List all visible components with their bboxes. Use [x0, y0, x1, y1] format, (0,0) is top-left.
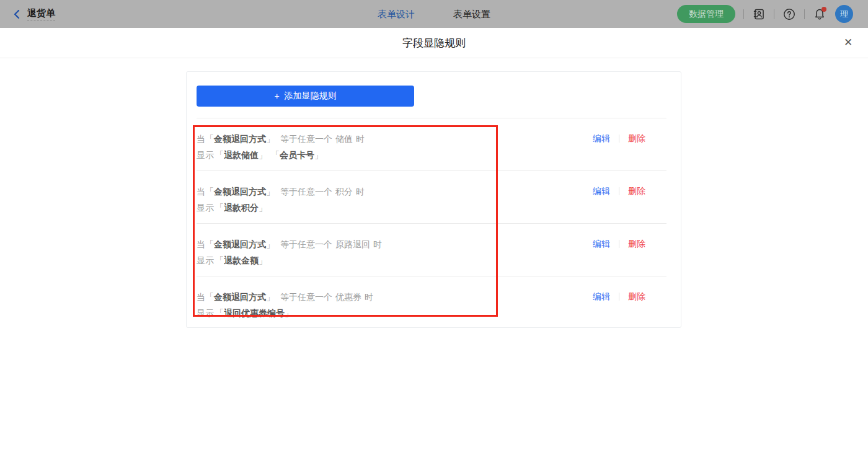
rule-row: 当「金额退回方式」等于任意一个积分时 显示「退款积分」 编辑 删除 — [197, 171, 666, 224]
help-icon[interactable] — [782, 7, 796, 21]
rule-action: 显示「退回优惠券编号」 — [197, 307, 666, 319]
add-rule-button[interactable]: + 添加显隐规则 — [197, 86, 414, 107]
edit-link[interactable]: 编辑 — [593, 237, 610, 250]
show-field: 会员卡号 — [280, 150, 314, 160]
condition-value: 原路退回 — [335, 239, 370, 249]
divider — [619, 187, 619, 195]
condition-value: 储值 — [335, 134, 353, 144]
condition-field: 金额退回方式 — [214, 187, 266, 196]
edit-link[interactable]: 编辑 — [593, 185, 610, 197]
delete-link[interactable]: 删除 — [628, 237, 645, 250]
rules-card: + 添加显隐规则 当「金额退回方式」等于任意一个储值时 显示「退款储值」「会员卡… — [186, 71, 681, 328]
rule-action: 显示「退款金额」 — [197, 254, 666, 267]
show-field: 退款金额 — [224, 255, 259, 265]
field-visibility-modal: 字段显隐规则 ✕ + 添加显隐规则 当「金额退回方式」等于任意一个储值时 显示「… — [0, 28, 868, 468]
condition-value: 积分 — [335, 187, 353, 196]
topbar: 退货单 表单设计 表单设置 数据管理 — [0, 0, 868, 28]
topbar-tabs: 表单设计 表单设置 — [378, 0, 490, 28]
edit-link[interactable]: 编辑 — [593, 290, 610, 302]
rule-row: 当「金额退回方式」等于任意一个储值时 显示「退款储值」「会员卡号」 编辑 删除 — [197, 118, 666, 171]
close-icon[interactable]: ✕ — [842, 37, 854, 49]
rule-action: 显示「退款积分」 — [197, 201, 666, 214]
condition-value: 优惠券 — [335, 292, 361, 302]
plus-icon: + — [274, 91, 279, 101]
notification-dot — [822, 7, 826, 12]
tab-form-design[interactable]: 表单设计 — [378, 0, 415, 28]
user-avatar[interactable]: 理 — [835, 5, 853, 23]
divider — [619, 293, 619, 301]
contact-book-icon[interactable] — [752, 7, 766, 21]
condition-field: 金额退回方式 — [214, 134, 266, 144]
divider — [619, 240, 619, 248]
modal-header: 字段显隐规则 ✕ — [0, 28, 868, 58]
data-manage-button[interactable]: 数据管理 — [677, 5, 735, 23]
rule-row: 当「金额退回方式」等于任意一个优惠券时 显示「退回优惠券编号」 编辑 删除 — [197, 276, 666, 329]
rule-row: 当「金额退回方式」等于任意一个原路退回时 显示「退款金额」 编辑 删除 — [197, 224, 666, 276]
divider — [774, 9, 774, 19]
tab-form-settings[interactable]: 表单设置 — [453, 0, 490, 28]
rule-action: 显示「退款储值」「会员卡号」 — [197, 149, 666, 161]
show-field: 退款储值 — [224, 150, 259, 160]
document-title[interactable]: 退货单 — [27, 7, 55, 21]
condition-field: 金额退回方式 — [214, 239, 266, 249]
divider — [743, 9, 744, 19]
show-field: 退款积分 — [224, 203, 259, 213]
modal-title: 字段显隐规则 — [402, 36, 466, 50]
back-icon[interactable] — [12, 10, 21, 19]
delete-link[interactable]: 删除 — [628, 185, 645, 197]
delete-link[interactable]: 删除 — [628, 290, 645, 302]
edit-link[interactable]: 编辑 — [593, 132, 610, 144]
divider — [619, 135, 619, 143]
condition-field: 金额退回方式 — [214, 292, 266, 302]
notification-bell-icon[interactable] — [813, 7, 826, 21]
show-field: 退回优惠券编号 — [224, 308, 285, 318]
delete-link[interactable]: 删除 — [628, 132, 645, 144]
divider — [804, 9, 805, 19]
